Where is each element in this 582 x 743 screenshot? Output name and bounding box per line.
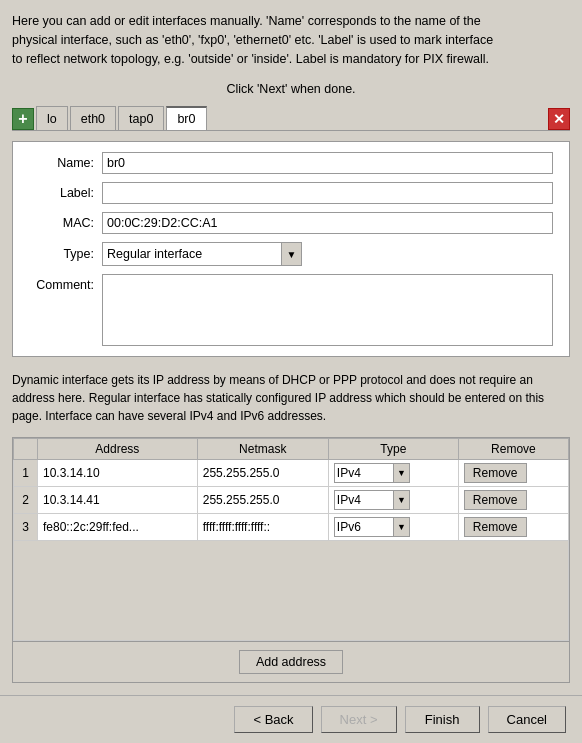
row-type: IPv4 IPv6 ▼	[328, 460, 458, 487]
row-type-arrow[interactable]: ▼	[394, 517, 410, 537]
next-button[interactable]: Next >	[321, 706, 397, 733]
table-row: 2 10.3.14.41 255.255.255.0 IPv4 IPv6 ▼	[14, 487, 569, 514]
name-row: Name:	[29, 152, 553, 174]
col-type: Type	[328, 439, 458, 460]
mac-input[interactable]	[102, 212, 553, 234]
add-tab-button[interactable]: +	[12, 108, 34, 130]
name-label: Name:	[29, 156, 94, 170]
row-netmask: 255.255.255.0	[197, 487, 328, 514]
mac-row: MAC:	[29, 212, 553, 234]
info-text: Dynamic interface gets its IP address by…	[12, 371, 570, 425]
add-address-row: Add address	[13, 641, 569, 682]
comment-input[interactable]	[102, 274, 553, 346]
row-remove-cell: Remove	[458, 514, 568, 541]
row-type-select[interactable]: IPv4 IPv6	[334, 490, 394, 510]
interface-form: Name: Label: MAC: Type: Regular interfac…	[12, 141, 570, 357]
tab-tap0[interactable]: tap0	[118, 106, 164, 130]
row-num: 3	[14, 514, 38, 541]
table-row: 3 fe80::2c:29ff:fed... ffff:ffff:ffff:ff…	[14, 514, 569, 541]
row-netmask: ffff:ffff:ffff:ffff::	[197, 514, 328, 541]
table-row: 1 10.3.14.10 255.255.255.0 IPv4 IPv6 ▼	[14, 460, 569, 487]
address-table-container: Address Netmask Type Remove 1 10.3.14.10…	[12, 437, 570, 683]
row-address: fe80::2c:29ff:fed...	[38, 514, 198, 541]
click-note: Click 'Next' when done.	[12, 82, 570, 96]
row-netmask: 255.255.255.0	[197, 460, 328, 487]
type-label: Type:	[29, 247, 94, 261]
empty-space	[14, 541, 569, 641]
col-remove: Remove	[458, 439, 568, 460]
back-button[interactable]: < Back	[234, 706, 312, 733]
remove-button[interactable]: Remove	[464, 463, 527, 483]
row-type-select[interactable]: IPv4 IPv6	[334, 463, 394, 483]
row-type-select[interactable]: IPv4 IPv6	[334, 517, 394, 537]
close-tab-button[interactable]: ✕	[548, 108, 570, 130]
row-type: IPv4 IPv6 ▼	[328, 487, 458, 514]
col-address: Address	[38, 439, 198, 460]
tab-br0[interactable]: br0	[166, 106, 206, 130]
type-select-wrapper: Regular interface Dynamic interface Unnu…	[102, 242, 302, 266]
type-select-arrow[interactable]: ▼	[282, 242, 302, 266]
label-input[interactable]	[102, 182, 553, 204]
tab-lo[interactable]: lo	[36, 106, 68, 130]
col-netmask: Netmask	[197, 439, 328, 460]
row-num: 1	[14, 460, 38, 487]
row-type: IPv4 IPv6 ▼	[328, 514, 458, 541]
label-row: Label:	[29, 182, 553, 204]
remove-button[interactable]: Remove	[464, 490, 527, 510]
row-type-arrow[interactable]: ▼	[394, 463, 410, 483]
address-table: Address Netmask Type Remove 1 10.3.14.10…	[13, 438, 569, 641]
bottom-bar: < Back Next > Finish Cancel	[0, 695, 582, 743]
row-type-arrow[interactable]: ▼	[394, 490, 410, 510]
label-label: Label:	[29, 186, 94, 200]
mac-label: MAC:	[29, 216, 94, 230]
col-num	[14, 439, 38, 460]
row-address: 10.3.14.10	[38, 460, 198, 487]
cancel-button[interactable]: Cancel	[488, 706, 566, 733]
description-text: Here you can add or edit interfaces manu…	[12, 12, 570, 68]
comment-label: Comment:	[29, 274, 94, 292]
add-address-button[interactable]: Add address	[239, 650, 343, 674]
row-remove-cell: Remove	[458, 460, 568, 487]
name-input[interactable]	[102, 152, 553, 174]
row-remove-cell: Remove	[458, 487, 568, 514]
type-select[interactable]: Regular interface Dynamic interface Unnu…	[102, 242, 282, 266]
row-num: 2	[14, 487, 38, 514]
tab-eth0[interactable]: eth0	[70, 106, 116, 130]
remove-button[interactable]: Remove	[464, 517, 527, 537]
comment-row: Comment:	[29, 274, 553, 346]
row-address: 10.3.14.41	[38, 487, 198, 514]
finish-button[interactable]: Finish	[405, 706, 480, 733]
type-row: Type: Regular interface Dynamic interfac…	[29, 242, 553, 266]
